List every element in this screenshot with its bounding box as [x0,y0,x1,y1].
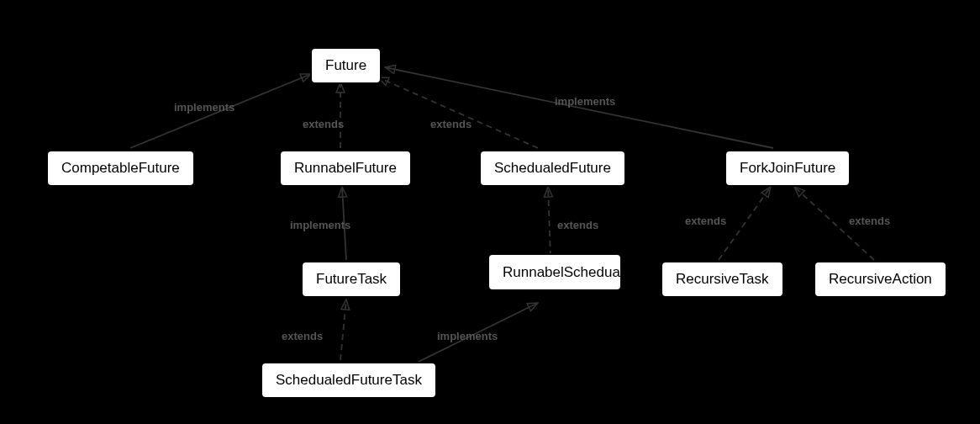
node-completable-future: CompetableFuture [46,150,195,187]
node-recursive-action: RecursiveAction [814,261,947,298]
node-runnable-future: RunnabelFuture [279,150,412,187]
node-recursive-task: RecursiveTask [661,261,784,298]
node-scheduled-future: SchedualedFuture [479,150,626,187]
label-forkjoin-future: implements [555,95,615,108]
label-runnable-future: extends [303,118,344,130]
node-future-task: FutureTask [301,261,402,298]
edge-sft-futuretask [340,299,346,360]
label-sft-rsf: implements [437,330,498,342]
label-rtask-forkjoin: extends [685,215,726,227]
node-runnable-scheduled-future: RunnabelSchedualedFuture [487,253,622,291]
edge-scheduled-future [378,77,538,148]
node-future: Future [310,47,382,84]
node-scheduled-future-task: SchedualedFutureTask [261,362,437,399]
label-sft-futuretask: extends [282,330,323,342]
label-rsf-scheduled: extends [557,219,598,231]
label-completable-future: implements [174,101,234,114]
label-raction-forkjoin: extends [849,215,890,227]
node-forkjoin-future: ForkJoinFuture [724,150,851,187]
edges-layer [0,0,980,424]
edge-rsf-scheduled [548,187,551,257]
label-futuretask-runnable: implements [290,219,350,231]
edge-forkjoin-future [385,67,773,148]
label-scheduled-future: extends [430,118,472,130]
edge-rtask-forkjoin [719,187,771,260]
